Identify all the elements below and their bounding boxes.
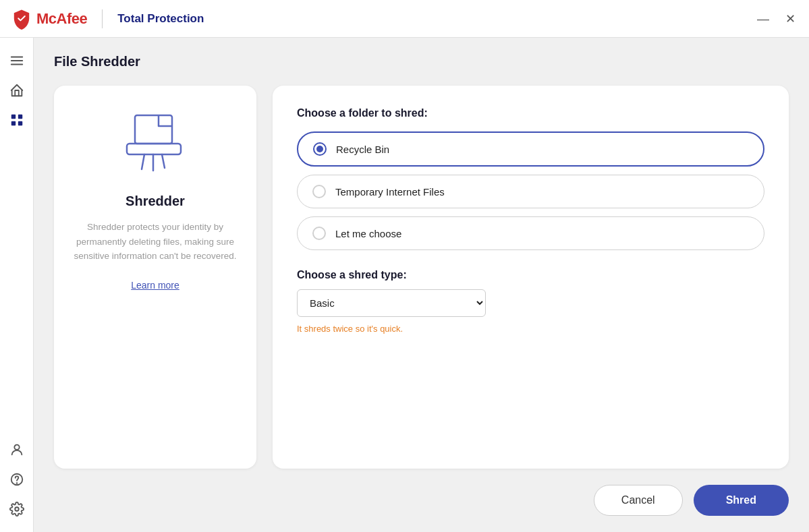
page-title: File Shredder — [54, 54, 789, 69]
radio-circle-temp-internet — [312, 185, 326, 198]
app-name-label: Total Protection — [117, 12, 204, 26]
main-layout: File Shredder — [0, 38, 809, 532]
left-card-description: Shredder protects your identity by perma… — [73, 220, 238, 264]
option-temp-internet-label: Temporary Internet Files — [335, 186, 445, 198]
bottom-actions: Cancel Shred — [54, 485, 789, 516]
svg-point-10 — [15, 507, 19, 511]
option-temp-internet[interactable]: Temporary Internet Files — [297, 175, 764, 208]
folder-options: Recycle Bin Temporary Internet Files Let… — [297, 131, 764, 250]
content-area: File Shredder — [34, 38, 809, 532]
svg-line-15 — [162, 154, 165, 168]
svg-rect-3 — [11, 115, 15, 119]
sidebar — [0, 38, 34, 532]
folder-section-label: Choose a folder to shred: — [297, 107, 764, 119]
mcafee-brand: McAfee — [11, 8, 87, 30]
close-button[interactable]: ✕ — [783, 11, 798, 26]
sidebar-help-icon[interactable] — [5, 467, 29, 492]
mcafee-label: McAfee — [36, 10, 87, 28]
option-let-me-choose[interactable]: Let me choose — [297, 216, 764, 250]
sidebar-apps-icon[interactable] — [5, 108, 29, 132]
sidebar-menu-icon[interactable] — [5, 49, 29, 73]
left-card: Shredder Shredder protects your identity… — [54, 86, 256, 469]
window-controls: — ✕ — [754, 11, 798, 26]
shred-type-hint: It shreds twice so it's quick. — [297, 324, 764, 334]
shred-type-select[interactable]: Basic Standard Enhanced — [297, 289, 486, 317]
radio-circle-let-me-choose — [312, 227, 326, 240]
sidebar-home-icon[interactable] — [5, 78, 29, 102]
svg-rect-4 — [18, 115, 22, 119]
sidebar-profile-icon[interactable] — [5, 438, 29, 462]
svg-point-9 — [16, 483, 17, 483]
cancel-button[interactable]: Cancel — [594, 485, 683, 516]
shredder-icon — [115, 110, 196, 180]
left-card-title: Shredder — [125, 194, 185, 209]
svg-rect-11 — [135, 115, 172, 144]
learn-more-link[interactable]: Learn more — [131, 280, 179, 291]
shred-button[interactable]: Shred — [694, 485, 789, 516]
app-logo: McAfee Total Protection — [11, 8, 204, 30]
sidebar-bottom-icons — [5, 438, 29, 521]
right-card: Choose a folder to shred: Recycle Bin Te… — [273, 86, 789, 469]
option-let-me-choose-label: Let me choose — [335, 228, 401, 239]
mcafee-shield-icon — [11, 8, 32, 30]
option-recycle-bin[interactable]: Recycle Bin — [297, 131, 764, 167]
radio-circle-recycle-bin — [313, 142, 327, 156]
option-recycle-bin-label: Recycle Bin — [336, 144, 389, 155]
svg-rect-6 — [18, 121, 22, 125]
svg-rect-12 — [127, 144, 181, 154]
svg-rect-5 — [11, 121, 15, 125]
svg-line-13 — [142, 154, 144, 169]
svg-point-7 — [14, 445, 19, 450]
minimize-button[interactable]: — — [754, 11, 772, 26]
sidebar-settings-icon[interactable] — [5, 497, 29, 521]
shred-type-section-label: Choose a shred type: — [297, 269, 764, 281]
title-divider — [102, 9, 103, 28]
cards-row: Shredder Shredder protects your identity… — [54, 86, 789, 469]
title-bar: McAfee Total Protection — ✕ — [0, 0, 809, 38]
